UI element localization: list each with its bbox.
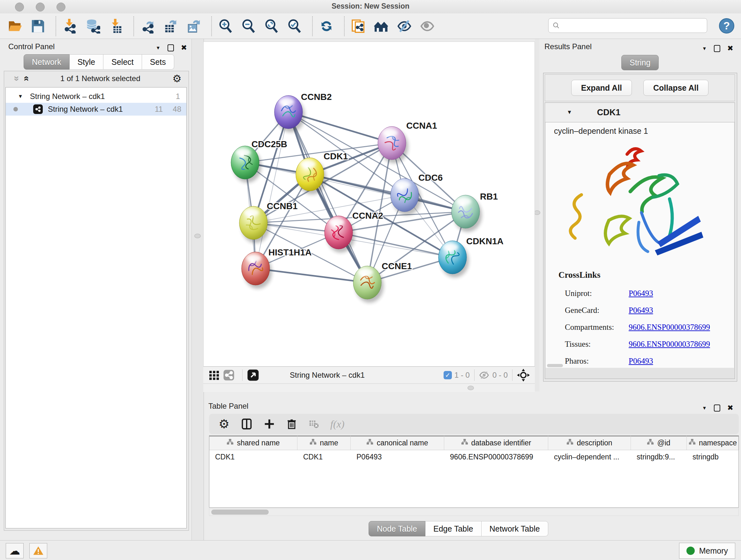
table-options-gear-icon[interactable]: ⚙ xyxy=(219,417,229,431)
delete-column-button[interactable] xyxy=(286,418,297,430)
birdseye-view-button[interactable] xyxy=(247,369,259,381)
warnings-button[interactable] xyxy=(29,543,47,558)
selected-indicator-checkbox[interactable]: ✓ xyxy=(444,371,452,379)
column-header-description[interactable]: description xyxy=(548,436,631,450)
table-cell[interactable]: CDK1 xyxy=(297,450,351,463)
show-all-button[interactable] xyxy=(419,18,435,35)
show-columns-button[interactable] xyxy=(241,418,253,430)
crosslink-link[interactable]: P06493 xyxy=(629,357,653,366)
close-panel-icon[interactable]: ✖ xyxy=(181,44,187,52)
tab-node-table[interactable]: Node Table xyxy=(368,521,425,537)
network-edge-CCNB2-HIST1H1A[interactable] xyxy=(256,112,288,268)
crosslink-link[interactable]: 9606.ENSP00000378699 xyxy=(629,340,710,349)
splitter-handle[interactable] xyxy=(468,386,474,390)
table-cell[interactable]: CDK1 xyxy=(209,450,297,463)
splitter-handle[interactable] xyxy=(534,210,540,215)
results-tab-string[interactable]: String xyxy=(621,55,659,70)
expand-all-button[interactable]: Expand All xyxy=(571,80,632,96)
import-network-file-button[interactable] xyxy=(62,18,78,35)
left-splitter[interactable] xyxy=(192,39,204,540)
save-session-button[interactable] xyxy=(30,18,46,35)
crosslink-link[interactable]: P06493 xyxy=(629,306,653,315)
network-edge-CCNA2-CDKN1A[interactable] xyxy=(339,233,453,257)
network-row-selected[interactable]: String Network – cdk1 11 48 xyxy=(6,103,186,116)
tab-sets[interactable]: Sets xyxy=(142,54,174,70)
create-column-button[interactable] xyxy=(264,419,275,429)
column-header-canonical-name[interactable]: canonical name xyxy=(351,436,444,450)
expand-all-networks-icon[interactable]: » xyxy=(21,76,30,81)
new-network-from-selection-button[interactable] xyxy=(350,18,366,35)
zoom-in-button[interactable] xyxy=(218,18,233,35)
table-horizontal-scrollbar[interactable] xyxy=(209,508,739,516)
column-header-name[interactable]: name xyxy=(297,436,351,450)
table-cell[interactable]: stringdb:9... xyxy=(631,450,687,463)
tab-network[interactable]: Network xyxy=(23,54,70,70)
network-node-CDC25B[interactable] xyxy=(231,146,261,183)
float-panel-icon[interactable] xyxy=(714,45,720,52)
network-node-HIST1H1A[interactable] xyxy=(242,252,272,289)
panel-menu-icon[interactable]: ▼ xyxy=(702,46,707,51)
network-options-gear-icon[interactable]: ⚙ xyxy=(172,72,182,84)
network-edge-HIST1H1A-CCNE1[interactable] xyxy=(256,268,367,283)
scrollbar-thumb[interactable] xyxy=(211,509,269,515)
memory-button[interactable]: Memory xyxy=(679,543,735,559)
float-panel-icon[interactable] xyxy=(167,44,174,51)
table-cell[interactable]: P06493 xyxy=(351,450,444,463)
table-cell[interactable]: cyclin–dependent ... xyxy=(548,450,631,463)
search-field[interactable] xyxy=(548,18,707,33)
network-collection-row[interactable]: ▼ String Network – cdk1 1 xyxy=(6,90,186,103)
zoom-selected-button[interactable] xyxy=(286,18,302,35)
network-node-CDK1[interactable] xyxy=(296,158,326,194)
hide-selected-button[interactable] xyxy=(396,18,412,35)
table-cell[interactable]: 9606.ENSP00000378699 xyxy=(444,450,548,463)
zoom-fit-button[interactable] xyxy=(264,18,280,35)
table-row[interactable]: CDK1CDK1P064939606.ENSP00000378699cyclin… xyxy=(209,450,738,463)
crosslink-link[interactable]: P06493 xyxy=(629,289,653,298)
collection-expander-icon[interactable]: ▼ xyxy=(18,94,23,99)
export-image-button[interactable] xyxy=(186,18,202,35)
gene-expander-icon[interactable]: ▼ xyxy=(567,109,572,116)
crosslink-link[interactable]: 9606.ENSP00000378699 xyxy=(629,323,710,332)
network-node-CCNE1[interactable] xyxy=(353,266,384,303)
network-view-mode-button[interactable] xyxy=(223,369,234,381)
collapse-all-button[interactable]: Collapse All xyxy=(643,80,709,96)
network-canvas[interactable]: CCNB2CCNA1CDC25BCDK1CDC6RB1CCNB1CCNA2CDK… xyxy=(203,42,535,367)
right-splitter[interactable] xyxy=(535,39,539,391)
float-panel-icon[interactable] xyxy=(714,405,720,412)
tab-style[interactable]: Style xyxy=(70,54,104,70)
open-session-button[interactable] xyxy=(7,18,23,35)
fit-selected-button[interactable] xyxy=(517,369,530,381)
search-input[interactable] xyxy=(560,21,707,30)
network-graph[interactable]: CCNB2CCNA1CDC25BCDK1CDC6RB1CCNB1CCNA2CDK… xyxy=(204,42,535,366)
help-button[interactable]: ? xyxy=(719,18,735,34)
splitter-handle[interactable] xyxy=(194,234,201,238)
column-header-shared-name[interactable]: shared name xyxy=(209,436,297,450)
column-header-namespace[interactable]: namespace xyxy=(687,436,739,450)
export-network-button[interactable] xyxy=(140,18,156,35)
network-node-CCNB2[interactable] xyxy=(274,96,305,132)
network-node-CDKN1A[interactable] xyxy=(439,241,469,277)
tab-network-table[interactable]: Network Table xyxy=(482,521,548,537)
results-scrollbar-thumb[interactable] xyxy=(547,364,563,367)
import-network-database-button[interactable] xyxy=(85,18,101,35)
column-header-database-identifier[interactable]: database identifier xyxy=(444,436,548,450)
houses-button[interactable] xyxy=(374,18,389,35)
table-cell[interactable]: stringdb xyxy=(687,450,739,463)
gene-card-header[interactable]: ▼ CDK1 xyxy=(545,103,735,122)
grid-view-button[interactable] xyxy=(208,369,220,381)
column-header-@id[interactable]: @id xyxy=(631,436,687,450)
panel-menu-icon[interactable]: ▼ xyxy=(156,45,160,51)
cloud-status-button[interactable]: ☁ xyxy=(6,543,23,558)
zoom-out-button[interactable] xyxy=(241,18,257,35)
close-panel-icon[interactable]: ✖ xyxy=(727,403,733,412)
tab-select[interactable]: Select xyxy=(104,54,142,70)
string-tab-label[interactable]: String xyxy=(621,55,659,70)
tab-edge-table[interactable]: Edge Table xyxy=(425,521,482,537)
network-node-CCNA2[interactable] xyxy=(325,216,355,253)
horizontal-splitter[interactable] xyxy=(203,383,535,392)
import-table-button[interactable] xyxy=(108,18,124,35)
export-table-button[interactable] xyxy=(163,18,179,35)
network-node-RB1[interactable] xyxy=(452,195,482,232)
panel-menu-icon[interactable]: ▼ xyxy=(702,405,707,411)
close-panel-icon[interactable]: ✖ xyxy=(727,44,733,53)
